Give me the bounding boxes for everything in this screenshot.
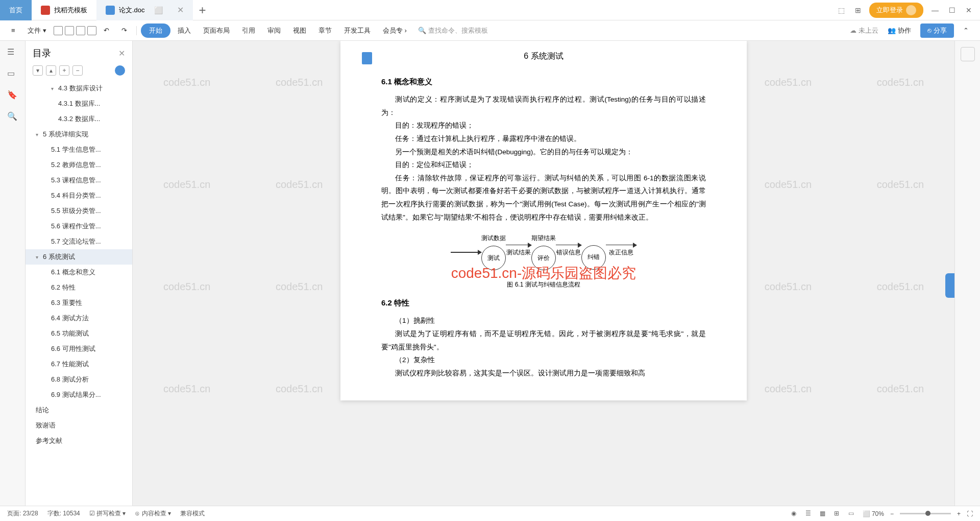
page-icon[interactable]: ▭ bbox=[7, 68, 18, 80]
paragraph[interactable]: 另一个预测是相关的术语叫纠错(Debugging)。它的目的与任务可以规定为： bbox=[381, 146, 706, 159]
outline-item[interactable]: 致谢语 bbox=[26, 418, 132, 433]
paragraph[interactable]: 目的：定位和纠正错误； bbox=[381, 158, 706, 172]
outline-item[interactable]: 5.4 科目分类管... bbox=[26, 188, 132, 203]
word-count[interactable]: 字数: 10534 bbox=[47, 509, 80, 518]
paragraph[interactable]: 任务：通过在计算机上执行程序，暴露程序中潜在的错误。 bbox=[381, 132, 706, 146]
menu-chapter[interactable]: 章节 bbox=[313, 23, 337, 38]
figure-caption[interactable]: 图 6.1 测试与纠错信息流程 bbox=[381, 280, 706, 289]
heading-2[interactable]: 6.1 概念和意义 bbox=[381, 77, 706, 87]
outline-item[interactable]: ▾6 系统测试 bbox=[26, 249, 132, 265]
paragraph[interactable]: 测试仪程序则比较容易，这其实是一个误区。设计测试用力是一项需要细致和高 bbox=[381, 367, 706, 380]
outline-item[interactable]: 6.9 测试结果分... bbox=[26, 387, 132, 402]
outline-item[interactable]: 5.2 教师信息管... bbox=[26, 157, 132, 173]
bookmark-icon[interactable]: 🔖 bbox=[7, 90, 18, 101]
page-tag-icon[interactable] bbox=[362, 52, 372, 64]
layout-icon[interactable]: ⬚ bbox=[836, 4, 847, 16]
view-mode-1-icon[interactable]: ◉ bbox=[791, 510, 799, 518]
apps-icon[interactable]: ⊞ bbox=[853, 4, 863, 16]
outline-item[interactable]: 6.2 特性 bbox=[26, 280, 132, 295]
paragraph[interactable]: （1）挑剔性 bbox=[381, 314, 706, 327]
outline-item[interactable]: 4.3.1 数据库... bbox=[26, 96, 132, 111]
preview-icon[interactable] bbox=[87, 26, 96, 35]
menu-hamburger[interactable]: ≡ bbox=[6, 23, 20, 37]
zoom-in-icon[interactable]: + bbox=[957, 510, 961, 517]
outline-item[interactable]: 6.3 重要性 bbox=[26, 295, 132, 311]
outline-item[interactable]: 6.4 测试方法 bbox=[26, 311, 132, 326]
heading-1[interactable]: 6 系统测试 bbox=[381, 51, 706, 62]
page-indicator[interactable]: 页面: 23/28 bbox=[7, 509, 38, 518]
menu-insert[interactable]: 插入 bbox=[173, 23, 196, 38]
menu-member[interactable]: 会员专 › bbox=[378, 23, 412, 38]
cloud-status[interactable]: ☁ 未上云 bbox=[850, 26, 878, 35]
menu-dev[interactable]: 开发工具 bbox=[339, 23, 376, 38]
paragraph[interactable]: 测试是为了证明程序有错，而不是证明程序无错。因此，对于被测程序就是要"纯毛求疵"… bbox=[381, 327, 706, 353]
collapse-ribbon-icon[interactable]: ⌃ bbox=[958, 23, 974, 37]
outline-icon[interactable]: ☰ bbox=[7, 47, 18, 58]
command-search[interactable]: 🔍 查找命令、搜索模板 bbox=[414, 24, 492, 37]
expand-all-icon[interactable]: ▴ bbox=[46, 65, 56, 76]
sync-badge-icon[interactable] bbox=[115, 65, 125, 76]
panel-toggle-icon[interactable] bbox=[961, 47, 975, 61]
outline-item[interactable]: 6.8 测试分析 bbox=[26, 372, 132, 387]
view-mode-4-icon[interactable]: ⊞ bbox=[834, 510, 842, 518]
compat-mode[interactable]: 兼容模式 bbox=[180, 509, 205, 518]
undo-icon[interactable]: ↶ bbox=[99, 23, 114, 37]
maximize-icon[interactable]: ☐ bbox=[947, 4, 958, 16]
document-canvas[interactable]: code51.cn code51.cn code51.cn code51.cn … bbox=[133, 41, 954, 506]
outline-item[interactable]: 5.7 交流论坛管... bbox=[26, 234, 132, 249]
zoom-slider[interactable] bbox=[900, 513, 951, 514]
zoom-level[interactable]: ⬜ 70% bbox=[863, 510, 884, 517]
view-mode-5-icon[interactable]: ▭ bbox=[848, 510, 856, 518]
menu-review[interactable]: 审阅 bbox=[262, 23, 286, 38]
paragraph[interactable]: 任务：清除软件故障，保证程序的可靠运行。测试与纠错的关系，可以用图 6-1的数据… bbox=[381, 172, 706, 224]
outline-item[interactable]: 6.7 性能测试 bbox=[26, 357, 132, 372]
tab-document[interactable]: 论文.doc⬜✕ bbox=[96, 0, 193, 20]
outline-item[interactable]: 参考文献 bbox=[26, 433, 132, 448]
paragraph[interactable]: 测试的定义：程序测试是为了发现错误而执行程序的过程。测试(Testing)的任务… bbox=[381, 93, 706, 119]
outline-item[interactable]: 6.6 可用性测试 bbox=[26, 341, 132, 357]
menu-file[interactable]: 文件 ▾ bbox=[22, 23, 52, 38]
outline-item[interactable]: ▾4.3 数据库设计 bbox=[26, 81, 132, 96]
collab-button[interactable]: 👥 协作 bbox=[883, 23, 916, 38]
menu-start[interactable]: 开始 bbox=[141, 23, 170, 38]
outline-item[interactable]: 结论 bbox=[26, 402, 132, 418]
menu-ref[interactable]: 引用 bbox=[237, 23, 260, 38]
outline-item[interactable]: 4.3.2 数据库... bbox=[26, 111, 132, 127]
search-icon[interactable]: 🔍 bbox=[7, 111, 18, 123]
print-icon[interactable] bbox=[76, 26, 85, 35]
outline-item[interactable]: 5.5 班级分类管... bbox=[26, 203, 132, 219]
new-tab-button[interactable]: + bbox=[193, 3, 212, 17]
tab-templates[interactable]: 找稻壳模板 bbox=[32, 0, 96, 20]
zoom-out-icon[interactable]: − bbox=[890, 510, 894, 517]
save-as-icon[interactable] bbox=[65, 26, 74, 35]
content-check[interactable]: ⊙ 内容检查 ▾ bbox=[135, 509, 171, 518]
side-drawer-tab[interactable] bbox=[945, 273, 954, 298]
spell-check[interactable]: ☑ 拼写检查 ▾ bbox=[89, 509, 126, 518]
paragraph[interactable]: （2）复杂性 bbox=[381, 353, 706, 367]
outline-item[interactable]: 5.1 学生信息管... bbox=[26, 142, 132, 157]
tab-home[interactable]: 首页 bbox=[0, 0, 32, 20]
outline-item[interactable]: ▾5 系统详细实现 bbox=[26, 127, 132, 142]
view-mode-3-icon[interactable]: ▦ bbox=[820, 510, 828, 518]
collapse-all-icon[interactable]: ▾ bbox=[33, 65, 43, 76]
save-icon[interactable] bbox=[54, 26, 63, 35]
outline-item[interactable]: 5.6 课程作业管... bbox=[26, 219, 132, 234]
minimize-icon[interactable]: — bbox=[929, 4, 941, 16]
menu-layout[interactable]: 页面布局 bbox=[198, 23, 235, 38]
view-mode-2-icon[interactable]: ☰ bbox=[805, 510, 814, 518]
close-icon[interactable]: ✕ bbox=[964, 4, 974, 16]
heading-2[interactable]: 6.2 特性 bbox=[381, 298, 706, 308]
outline-item[interactable]: 6.5 功能测试 bbox=[26, 326, 132, 341]
paragraph[interactable]: 目的：发现程序的错误； bbox=[381, 119, 706, 132]
login-button[interactable]: 立即登录 bbox=[869, 3, 923, 18]
share-button[interactable]: ⎋ 分享 bbox=[920, 23, 954, 38]
remove-level-icon[interactable]: − bbox=[72, 65, 83, 76]
fullscreen-icon[interactable]: ⛶ bbox=[967, 510, 973, 517]
document-page[interactable]: 6 系统测试 6.1 概念和意义 测试的定义：程序测试是为了发现错误而执行程序的… bbox=[340, 41, 747, 400]
tab-close-icon[interactable]: ✕ bbox=[177, 5, 184, 15]
menu-view[interactable]: 视图 bbox=[288, 23, 311, 38]
add-level-icon[interactable]: + bbox=[59, 65, 69, 76]
outline-item[interactable]: 6.1 概念和意义 bbox=[26, 265, 132, 280]
tab-maximize-icon[interactable]: ⬜ bbox=[154, 6, 163, 14]
outline-item[interactable]: 5.3 课程信息管... bbox=[26, 173, 132, 188]
